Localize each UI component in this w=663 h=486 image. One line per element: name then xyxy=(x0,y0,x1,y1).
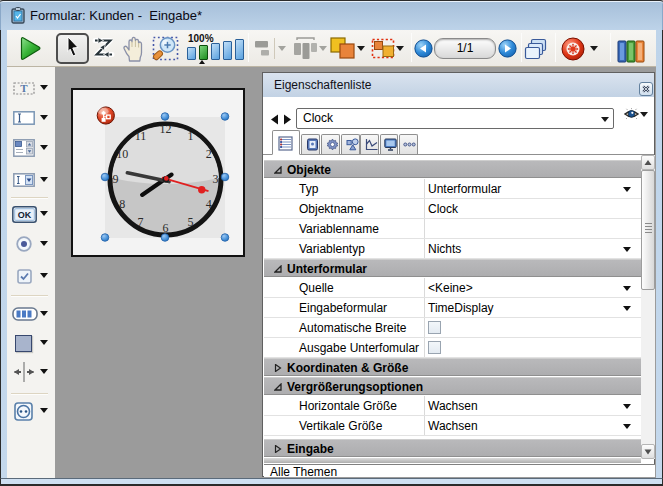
svg-text:3: 3 xyxy=(213,172,219,186)
svg-text:4: 4 xyxy=(206,197,212,211)
svg-text:10: 10 xyxy=(116,147,128,161)
svg-text:OK: OK xyxy=(18,210,32,220)
svg-text:9: 9 xyxy=(113,172,119,186)
svg-text:7: 7 xyxy=(138,215,144,229)
svg-text:1: 1 xyxy=(188,129,194,143)
svg-text:11: 11 xyxy=(135,129,147,143)
svg-text:5: 5 xyxy=(188,215,194,229)
svg-text:T: T xyxy=(20,82,28,94)
svg-text:12: 12 xyxy=(160,122,172,136)
svg-text:2: 2 xyxy=(206,147,212,161)
svg-text:8: 8 xyxy=(119,197,125,211)
svg-text:6: 6 xyxy=(163,221,169,235)
